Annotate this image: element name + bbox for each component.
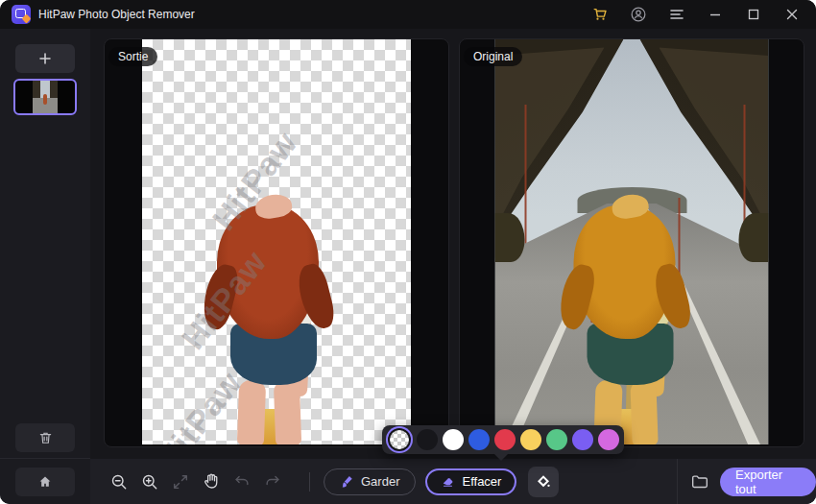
home-button[interactable] [15,468,75,496]
brush-icon [340,474,354,489]
output-panel-label: Sortie [108,47,157,66]
thumbnail-photo [33,81,58,113]
original-panel-label: Original [464,47,522,66]
zoom-out-button[interactable] [108,470,131,493]
swatch-blue[interactable] [468,429,490,450]
app-logo-icon [12,5,31,24]
cutout-subject [142,39,411,444]
sidebar-divider [0,458,90,459]
minimize-button[interactable] [703,3,728,26]
original-canvas[interactable] [495,39,769,444]
swatch-yellow[interactable] [520,429,541,450]
undo-button[interactable] [230,470,253,493]
swatch-white[interactable] [443,429,464,450]
close-button[interactable] [780,3,804,26]
swatch-green[interactable] [546,429,567,450]
highlighted-subject [499,39,769,444]
open-folder-button[interactable] [689,470,710,493]
home-icon [36,473,54,491]
app-window: HitPaw Photo Object Remover [0,0,816,504]
toolbar-separator [309,472,310,492]
keep-button[interactable]: Garder [324,468,416,495]
export-section: Exporter tout [677,459,816,504]
image-thumbnail-selected[interactable] [13,79,77,115]
account-icon[interactable] [626,3,651,26]
hand-tool-button[interactable] [200,470,223,493]
swatch-transparent[interactable] [390,430,409,449]
keep-button-label: Garder [361,474,399,489]
swatch-purple[interactable] [572,429,593,450]
cart-icon[interactable] [588,3,612,26]
maximize-button[interactable] [741,3,766,26]
erase-button-label: Effacer [462,474,501,489]
redo-button[interactable] [261,470,284,493]
swatch-black[interactable] [417,429,438,450]
color-palette [382,425,624,454]
app-title: HitPaw Photo Object Remover [38,8,195,21]
sidebar [0,29,90,504]
trash-icon [36,429,55,447]
swatch-magenta[interactable] [598,429,619,450]
output-canvas[interactable]: HitPaw HitPaw HitPaw [142,39,411,444]
eraser-icon [441,474,455,489]
menu-icon[interactable] [664,3,689,26]
fill-color-button[interactable] [528,467,559,497]
export-all-label: Exporter tout [735,468,801,496]
original-panel: Original [459,38,804,447]
plus-icon [37,51,53,66]
export-all-button[interactable]: Exporter tout [720,468,816,496]
swatch-red[interactable] [494,429,516,450]
folder-icon [689,471,710,492]
add-image-button[interactable] [15,44,75,73]
erase-button[interactable]: Effacer [425,468,516,495]
title-bar: HitPaw Photo Object Remover [0,0,816,29]
delete-image-button[interactable] [15,423,75,452]
fit-expand-button[interactable] [169,470,192,493]
output-panel: Sortie HitPaw HitPaw HitPaw [104,38,449,447]
bottom-toolbar: Garder Effacer Exporter tout [90,459,816,504]
paint-bucket-icon [534,472,553,492]
zoom-in-button[interactable] [138,470,161,493]
